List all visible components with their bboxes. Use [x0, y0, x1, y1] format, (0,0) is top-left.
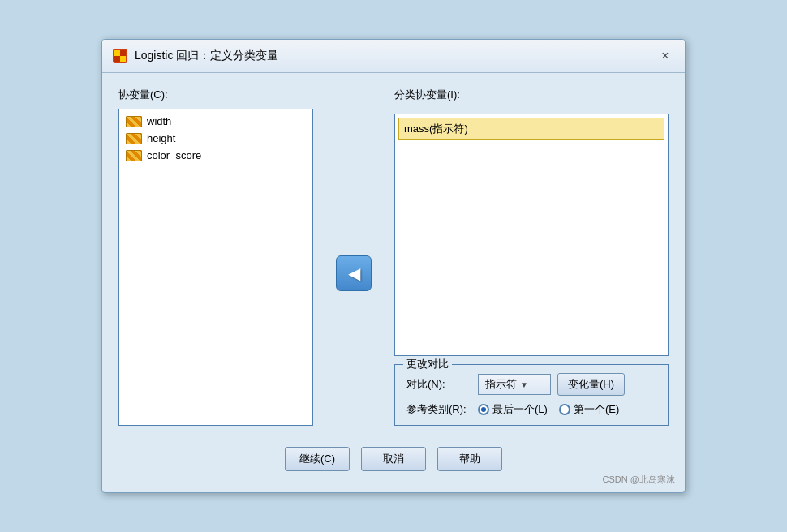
- radio-last-circle[interactable]: [478, 404, 489, 415]
- covariate-label: 协变量(C):: [118, 88, 313, 102]
- svg-rect-3: [120, 50, 126, 56]
- radio-first-circle[interactable]: [559, 404, 570, 415]
- title-bar-left: Logistic 回归：定义分类变量: [112, 48, 278, 64]
- contrast-value: 指示符: [485, 377, 517, 392]
- item-label-width: width: [147, 115, 171, 127]
- contrast-label: 对比(N):: [406, 377, 471, 392]
- reference-label: 参考类别(R):: [406, 402, 471, 417]
- dialog-body: 协变量(C): width height color_score: [102, 73, 685, 492]
- selected-item-text: mass(指示符): [404, 122, 468, 136]
- categorical-list[interactable]: mass(指示符): [394, 114, 669, 356]
- main-row: 协变量(C): width height color_score: [118, 88, 669, 426]
- radio-first-label: 第一个(E): [574, 402, 619, 417]
- watermark: CSDN @北岛寒沫: [603, 474, 675, 486]
- bottom-buttons: 继续(C) 取消 帮助: [118, 439, 669, 478]
- main-dialog: Logistic 回归：定义分类变量 × 协变量(C): width heigh…: [101, 39, 686, 493]
- radio-first[interactable]: 第一个(E): [559, 402, 619, 417]
- group-box: 更改对比 对比(N): 指示符 ▼ 变化量(H) 参考类别(R):: [394, 364, 669, 426]
- var-icon-color-score: [126, 150, 142, 161]
- radio-group: 最后一个(L) 第一个(E): [478, 402, 619, 417]
- right-panel: 分类协变量(I): mass(指示符) 更改对比 对比(N): 指示符: [394, 88, 669, 426]
- app-icon: [112, 48, 128, 64]
- group-legend: 更改对比: [403, 357, 452, 371]
- cancel-button[interactable]: 取消: [361, 447, 426, 471]
- item-label-height: height: [147, 132, 175, 144]
- radio-last[interactable]: 最后一个(L): [478, 402, 548, 417]
- reference-row: 参考类别(R): 最后一个(L) 第一个(E): [406, 402, 656, 417]
- categorical-label: 分类协变量(I):: [394, 88, 669, 102]
- contrast-dropdown[interactable]: 指示符 ▼: [478, 374, 551, 395]
- var-icon-width: [126, 116, 142, 127]
- contrast-row: 对比(N): 指示符 ▼ 变化量(H): [406, 373, 656, 396]
- close-button[interactable]: ×: [656, 46, 675, 66]
- continue-button[interactable]: 继续(C): [285, 447, 350, 471]
- list-item[interactable]: color_score: [123, 147, 309, 164]
- covariate-list[interactable]: width height color_score: [118, 109, 313, 426]
- middle-panel: ◀: [329, 88, 378, 426]
- change-button[interactable]: 变化量(H): [557, 373, 625, 396]
- chevron-down-icon: ▼: [520, 380, 528, 389]
- dialog-title: Logistic 回归：定义分类变量: [135, 49, 278, 63]
- help-button[interactable]: 帮助: [437, 447, 502, 471]
- title-bar: Logistic 回归：定义分类变量 ×: [102, 40, 685, 73]
- list-item[interactable]: height: [123, 130, 309, 147]
- selected-item[interactable]: mass(指示符): [398, 118, 664, 140]
- radio-last-label: 最后一个(L): [492, 402, 548, 417]
- left-panel: 协变量(C): width height color_score: [118, 88, 313, 426]
- item-label-color-score: color_score: [147, 149, 201, 161]
- list-item[interactable]: width: [123, 113, 309, 130]
- contrast-dropdown-wrapper: 指示符 ▼: [478, 374, 551, 395]
- svg-rect-1: [114, 50, 120, 56]
- svg-rect-2: [120, 56, 126, 62]
- transfer-button[interactable]: ◀: [336, 255, 372, 291]
- var-icon-height: [126, 133, 142, 144]
- svg-rect-4: [114, 56, 120, 62]
